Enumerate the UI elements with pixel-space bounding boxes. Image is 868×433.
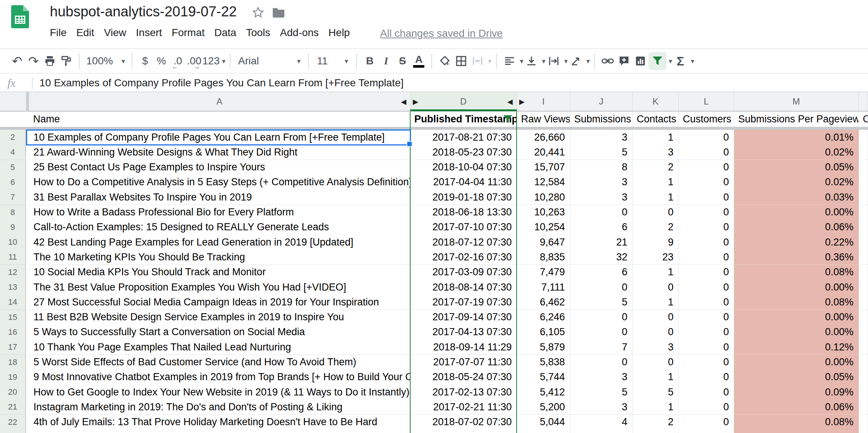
cell-name-row14[interactable]: 27 Most Successful Social Media Campaign…: [29, 295, 410, 310]
cell-extra-row16[interactable]: [859, 325, 868, 340]
row-header-21[interactable]: 21: [0, 400, 26, 415]
cell-spp-row19[interactable]: 0.05%: [734, 370, 859, 385]
cell-submissions-row5[interactable]: 8: [570, 160, 633, 175]
move-folder-icon[interactable]: [272, 7, 285, 19]
cell-submissions-row21[interactable]: 3: [570, 400, 633, 415]
cell-spp-row12[interactable]: 0.08%: [734, 265, 859, 280]
cell-raw_views-row6[interactable]: 12,584: [517, 175, 570, 190]
row-header-18[interactable]: 18: [0, 355, 26, 370]
cell-name-row17[interactable]: 10 Thank You Page Examples That Nailed L…: [29, 340, 410, 355]
cell-raw_views-row22[interactable]: 5,044: [517, 415, 570, 430]
insert-chart-button[interactable]: [632, 52, 649, 70]
cell-name-partial[interactable]: [29, 430, 410, 433]
cell-spp-row7[interactable]: 0.03%: [734, 190, 859, 205]
cell-raw_views-row2[interactable]: 26,660: [517, 130, 570, 145]
cell-name-row12[interactable]: 10 Social Media KPIs You Should Track an…: [29, 265, 410, 280]
cell-extra-row20[interactable]: [859, 385, 868, 400]
cell-raw_views-row7[interactable]: 10,280: [517, 190, 570, 205]
column-header-A[interactable]: A: [29, 92, 410, 111]
save-status-link[interactable]: All changes saved in Drive: [380, 28, 503, 39]
cell-timestamp-row22[interactable]: 2018-07-02 07:30: [410, 415, 517, 430]
cell-raw_views-row13[interactable]: 7,111: [517, 280, 570, 295]
row-header-2[interactable]: 2: [0, 130, 26, 145]
cell-raw_views-row5[interactable]: 15,707: [517, 160, 570, 175]
cell-submissions-row22[interactable]: 4: [570, 415, 633, 430]
cell-timestamp-row20[interactable]: 2017-02-13 07:30: [410, 385, 517, 400]
print-button[interactable]: [42, 52, 58, 70]
cell-raw_views-row18[interactable]: 5,838: [517, 355, 570, 370]
cell-name-row8[interactable]: How to Write a Badass Professional Bio f…: [29, 205, 410, 220]
cell-raw_views-row20[interactable]: 5,412: [517, 385, 570, 400]
menu-edit[interactable]: Edit: [76, 27, 94, 39]
cell-submissions-row18[interactable]: 0: [570, 355, 633, 370]
cell-customers-row21[interactable]: 0: [679, 400, 734, 415]
vertical-align-button[interactable]: [523, 52, 540, 70]
text-wrap-button[interactable]: [546, 52, 562, 70]
cell-timestamp-row7[interactable]: 2019-01-18 07:30: [410, 190, 517, 205]
format-percent-button[interactable]: %: [153, 52, 170, 70]
increase-decimal-button[interactable]: .00→: [186, 52, 202, 70]
cell-contacts-row6[interactable]: 1: [633, 175, 679, 190]
cell-spp-row5[interactable]: 0.05%: [734, 160, 859, 175]
cell-contacts-row10[interactable]: 9: [633, 235, 679, 250]
cell-spp-partial[interactable]: [734, 430, 859, 433]
cell-name-row13[interactable]: The 31 Best Value Proposition Examples Y…: [29, 280, 410, 295]
frozen-row-divider[interactable]: [0, 127, 868, 130]
cell-customers-row13[interactable]: 0: [679, 280, 734, 295]
row-header-14[interactable]: 14: [0, 295, 26, 310]
cell-extra-row8[interactable]: [859, 205, 868, 220]
cell-spp-row22[interactable]: 0.08%: [734, 415, 859, 430]
font-select[interactable]: Arial▾: [235, 52, 303, 70]
column-header-I[interactable]: I: [517, 92, 570, 111]
cell-name-row15[interactable]: 11 Best B2B Website Design Service Examp…: [29, 310, 410, 325]
cell-extra-partial[interactable]: [859, 430, 868, 433]
cell-spp-row2[interactable]: 0.01%: [734, 130, 859, 145]
column-header-M[interactable]: M: [734, 92, 859, 111]
font-size-select[interactable]: 11▾: [313, 52, 352, 70]
cell-spp-row13[interactable]: 0.00%: [734, 280, 859, 295]
text-rotation-button[interactable]: [568, 52, 584, 70]
cell-spp-row14[interactable]: 0.08%: [734, 295, 859, 310]
cell-spp-row15[interactable]: 0.00%: [734, 310, 859, 325]
menu-format[interactable]: Format: [172, 27, 205, 39]
row-header-partial[interactable]: [0, 430, 26, 433]
row-header-16[interactable]: 16: [0, 325, 26, 340]
cell-customers-row18[interactable]: 0: [679, 355, 734, 370]
cell-spp-row10[interactable]: 0.22%: [734, 235, 859, 250]
cell-contacts-row16[interactable]: 0: [633, 325, 679, 340]
cell-timestamp-row11[interactable]: 2017-02-16 07:30: [410, 250, 517, 265]
cell-extra-row18[interactable]: [859, 355, 868, 370]
cell-customers-row14[interactable]: 0: [679, 295, 734, 310]
row-header-22[interactable]: 22: [0, 415, 26, 430]
formula-input[interactable]: 10 Examples of Company Profile Pages You…: [39, 77, 404, 89]
column-header-J[interactable]: J: [570, 92, 633, 111]
menu-addons[interactable]: Add-ons: [280, 27, 319, 39]
cell-raw_views-row8[interactable]: 10,263: [517, 205, 570, 220]
cell-customers-row4[interactable]: 0: [679, 145, 734, 160]
cell-extra-row19[interactable]: [859, 370, 868, 385]
row-header-20[interactable]: 20: [0, 385, 26, 400]
cell-submissions-row13[interactable]: 0: [570, 280, 633, 295]
cell-timestamp-row5[interactable]: 2018-10-04 07:30: [410, 160, 517, 175]
cell-customers-row5[interactable]: 0: [679, 160, 734, 175]
cell-raw_views-row16[interactable]: 6,105: [517, 325, 570, 340]
row-header-10[interactable]: 10: [0, 235, 26, 250]
column-filter-icon[interactable]: [503, 114, 513, 124]
cell-raw_views-partial[interactable]: [517, 430, 570, 433]
row-header-17[interactable]: 17: [0, 340, 26, 355]
cell-spp-row8[interactable]: 0.00%: [734, 205, 859, 220]
cell-name-row20[interactable]: How to Get Google to Index Your New Webs…: [29, 385, 410, 400]
italic-button[interactable]: I: [378, 52, 394, 70]
cell-submissions-row8[interactable]: 0: [570, 205, 633, 220]
header-cell-raw_views[interactable]: Raw Views: [517, 112, 570, 127]
cell-contacts-row19[interactable]: 1: [633, 370, 679, 385]
cell-timestamp-row6[interactable]: 2017-04-04 11:30: [410, 175, 517, 190]
cell-extra-row15[interactable]: [859, 310, 868, 325]
cell-extra-row5[interactable]: [859, 160, 868, 175]
cell-customers-row12[interactable]: 0: [679, 265, 734, 280]
header-cell-spp[interactable]: Submissions Per Pageview: [734, 112, 859, 127]
menu-insert[interactable]: Insert: [136, 27, 162, 39]
cell-timestamp-row21[interactable]: 2017-02-21 11:30: [410, 400, 517, 415]
cell-submissions-row11[interactable]: 32: [570, 250, 633, 265]
cell-extra-row4[interactable]: [859, 145, 868, 160]
